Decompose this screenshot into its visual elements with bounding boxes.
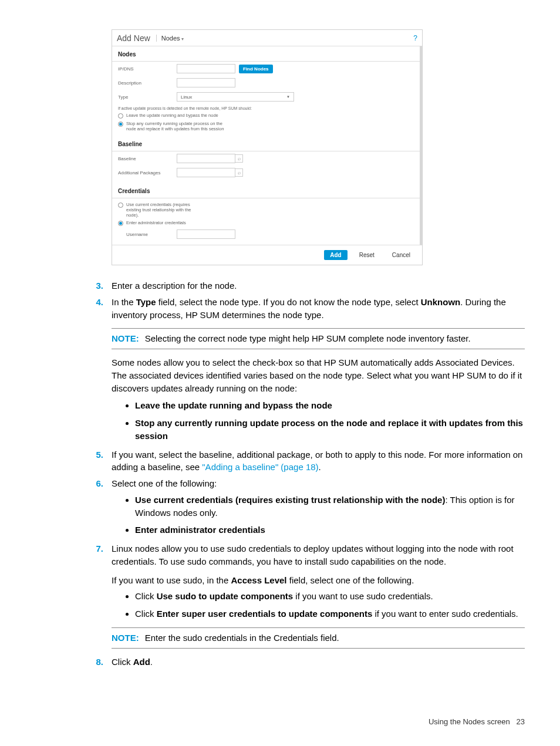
search-icon[interactable]: ⌕ [235,168,243,177]
ipdns-input[interactable] [177,64,235,73]
radio-leave-running[interactable] [118,113,123,119]
username-input[interactable] [177,229,235,239]
section-credentials-title: Credentials [112,183,420,198]
help-icon[interactable]: ? [413,34,417,42]
note-sudo-credentials: NOTE:Enter the sudo credentials in the C… [112,627,525,649]
description-input[interactable] [177,78,235,87]
note-node-type: NOTE:Selecting the correct node type mig… [112,328,525,349]
step-8: 8. Click Add. [88,656,525,669]
type-label: Type [118,94,177,100]
add-button[interactable]: Add [324,250,347,260]
section-nodes-title: Nodes [112,46,420,62]
type-select[interactable]: Linux ▼ [177,92,294,102]
bullets-update-options: Leave the update running and bypass the … [135,399,525,442]
step-7: 7. Linux nodes allow you to use sudo cre… [88,542,525,586]
bullets-sudo-options: Click Use sudo to update components if y… [135,590,525,620]
username-label: Username [118,232,177,237]
update-process-help: If active update process is detected on … [112,104,420,112]
reset-button[interactable]: Reset [353,250,380,260]
add-node-dialog-screenshot: Add New Nodes▾ ? Nodes IP/DNS Find Nodes… [112,29,423,265]
description-label: Description [118,80,177,86]
step-4: 4. In the Type field, select the node ty… [88,296,525,322]
radio-use-current-credentials[interactable] [118,202,123,208]
find-nodes-button[interactable]: Find Nodes [239,65,273,73]
header-nodes-dropdown[interactable]: Nodes▾ [156,35,184,42]
radio-stop-replace[interactable] [118,121,123,127]
step-6: 6. Select one of the following: [88,477,525,490]
chevron-down-icon: ▾ [181,36,184,42]
baseline-label: Baseline [118,156,177,161]
additional-packages-input[interactable] [177,168,235,177]
bullets-credentials-options: Use current credentials (requires existi… [135,494,525,536]
header-addnew: Add New [117,33,150,43]
paragraph-associated-devices: Some nodes allow you to select the check… [112,356,525,394]
step-5: 5. If you want, select the baseline, add… [88,448,525,474]
section-baseline-title: Baseline [112,136,420,151]
search-icon[interactable]: ⌕ [235,154,243,163]
ipdns-label: IP/DNS [118,66,177,72]
link-adding-baseline[interactable]: "Adding a baseline" (page 18) [202,462,318,472]
radio-enter-admin-credentials[interactable] [118,221,123,226]
cancel-button[interactable]: Cancel [386,250,416,260]
caret-down-icon: ▼ [286,95,290,99]
additional-packages-label: Additional Packages [118,170,177,175]
baseline-input[interactable] [177,154,235,163]
step-3: 3. Enter a description for the node. [88,279,525,292]
dialog-header: Add New Nodes▾ ? [112,30,422,46]
page-footer: Using the Nodes screen 23 [429,717,525,726]
